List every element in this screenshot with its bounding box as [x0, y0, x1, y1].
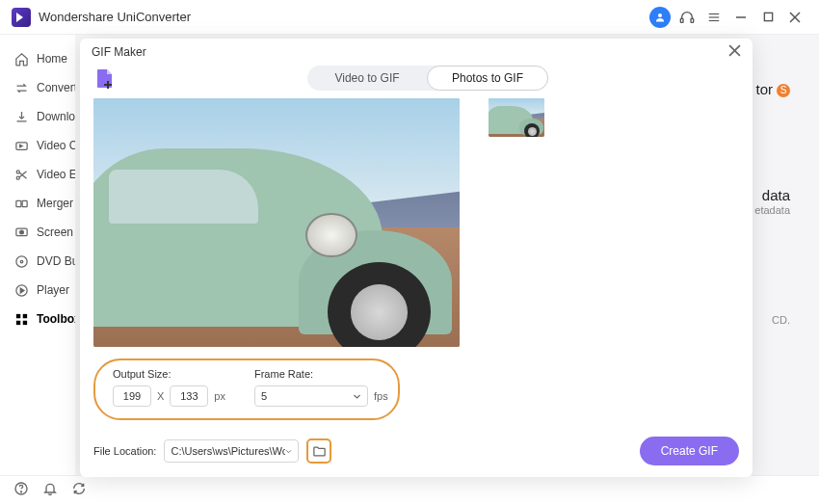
- sidebar-item-label: Video Compressor: [37, 139, 75, 152]
- sidebar-item-converter[interactable]: Converter: [0, 73, 75, 102]
- add-file-button[interactable]: [93, 66, 117, 90]
- svg-point-0: [658, 13, 662, 17]
- frame-rate-label: Frame Rate:: [254, 368, 388, 380]
- minimize-icon: [735, 12, 747, 23]
- svg-rect-23: [22, 320, 26, 324]
- folder-icon: [312, 444, 327, 459]
- chevron-down-icon: [285, 447, 292, 456]
- menu-button[interactable]: [701, 5, 727, 30]
- svg-point-18: [20, 260, 23, 263]
- notifications-button[interactable]: [42, 481, 58, 500]
- svg-rect-2: [691, 18, 694, 22]
- file-location-select[interactable]: C:\Users\ws\Pictures\Wonders: [164, 439, 299, 463]
- svg-point-17: [15, 255, 26, 266]
- svg-rect-13: [15, 200, 20, 206]
- disc-icon: [13, 253, 29, 269]
- svg-rect-14: [22, 200, 27, 206]
- sidebar-item-compressor[interactable]: Video Compressor: [0, 131, 75, 160]
- grid-icon: [13, 311, 29, 327]
- svg-rect-20: [15, 313, 19, 317]
- sidebar-item-home[interactable]: Home: [0, 44, 75, 73]
- menu-icon: [707, 11, 721, 24]
- sidebar-item-label: Screen Recorder: [37, 225, 75, 239]
- svg-point-16: [19, 230, 23, 234]
- sidebar-item-label: Converter: [37, 81, 75, 94]
- mode-tabs: Video to GIF Photos to GIF: [307, 66, 548, 91]
- px-label: px: [214, 390, 225, 402]
- scissors-icon: [13, 167, 29, 182]
- sidebar-item-editor[interactable]: Video Editor: [0, 160, 75, 189]
- file-add-icon: [93, 66, 117, 90]
- browse-folder-button[interactable]: [306, 438, 331, 464]
- gif-maker-modal: GIF Maker Video to GIF Photos to GIF: [80, 39, 753, 477]
- bg-text: data: [762, 187, 790, 203]
- output-settings-panel: Output Size: X px Frame Rate: 5: [93, 358, 400, 420]
- compress-icon: [13, 138, 29, 153]
- close-icon: [789, 12, 801, 23]
- sidebar-item-merger[interactable]: Merger: [0, 189, 75, 218]
- frame-rate-value: 5: [261, 390, 267, 402]
- bg-text: torS: [755, 81, 790, 97]
- play-icon: [13, 282, 29, 298]
- sidebar-item-label: Home: [37, 52, 67, 66]
- output-width-input[interactable]: [113, 385, 151, 407]
- sidebar: Home Converter Downloader Video Compress…: [0, 35, 75, 475]
- sidebar-item-recorder[interactable]: Screen Recorder: [0, 218, 75, 247]
- tab-photos-to-gif[interactable]: Photos to GIF: [427, 66, 548, 91]
- maximize-button[interactable]: [755, 5, 780, 30]
- output-height-input[interactable]: [170, 385, 208, 407]
- record-icon: [13, 225, 29, 240]
- sidebar-item-toolbox[interactable]: Toolbox: [0, 305, 75, 333]
- sidebar-item-dvd[interactable]: DVD Burner: [0, 247, 75, 276]
- svg-rect-21: [22, 313, 26, 317]
- titlebar: Wondershare UniConverter: [0, 0, 819, 35]
- x-separator: X: [157, 390, 164, 402]
- sidebar-item-label: Toolbox: [37, 312, 75, 326]
- modal-title: GIF Maker: [92, 45, 146, 59]
- user-icon: [649, 7, 671, 28]
- chevron-down-icon: [353, 392, 361, 401]
- app-logo-icon: [12, 8, 31, 27]
- thumbnail-item[interactable]: [489, 98, 544, 137]
- close-icon: [728, 44, 741, 57]
- sidebar-item-label: Video Editor: [37, 168, 75, 181]
- sidebar-item-label: Downloader: [37, 110, 75, 123]
- user-account-button[interactable]: [647, 5, 673, 30]
- modal-header: GIF Maker: [80, 39, 753, 66]
- bg-text: CD.: [772, 314, 790, 326]
- preview-image: [93, 98, 460, 347]
- refresh-button[interactable]: [71, 481, 87, 500]
- create-gif-button[interactable]: Create GIF: [640, 437, 739, 465]
- sidebar-item-label: DVD Burner: [37, 254, 75, 268]
- badge-icon: S: [777, 84, 790, 97]
- fps-label: fps: [374, 390, 388, 402]
- frame-rate-select[interactable]: 5: [254, 385, 368, 407]
- modal-close-button[interactable]: [728, 43, 741, 61]
- sidebar-item-player[interactable]: Player: [0, 276, 75, 305]
- convert-icon: [13, 80, 29, 95]
- merge-icon: [13, 196, 29, 211]
- svg-rect-1: [680, 18, 683, 22]
- support-button[interactable]: [674, 5, 700, 30]
- svg-rect-7: [764, 13, 772, 20]
- download-icon: [13, 109, 29, 124]
- app-title: Wondershare UniConverter: [39, 10, 191, 24]
- modal-toolbar: Video to GIF Photos to GIF: [93, 66, 739, 91]
- help-button[interactable]: [13, 481, 29, 500]
- statusbar: [0, 475, 819, 504]
- file-location-label: File Location:: [93, 445, 156, 457]
- home-icon: [13, 51, 29, 66]
- sidebar-item-downloader[interactable]: Downloader: [0, 102, 75, 131]
- bg-text: etadata: [754, 204, 790, 216]
- modal-footer: File Location: C:\Users\ws\Pictures\Wond…: [93, 429, 739, 465]
- close-window-button[interactable]: [782, 5, 807, 30]
- headset-icon: [679, 10, 695, 25]
- sidebar-item-label: Player: [37, 283, 69, 297]
- maximize-icon: [763, 12, 774, 22]
- minimize-button[interactable]: [728, 5, 753, 30]
- sidebar-item-label: Merger: [37, 197, 73, 210]
- file-location-value: C:\Users\ws\Pictures\Wonders: [171, 445, 285, 457]
- tab-video-to-gif[interactable]: Video to GIF: [307, 66, 427, 91]
- svg-point-25: [20, 491, 21, 491]
- svg-rect-29: [104, 84, 112, 86]
